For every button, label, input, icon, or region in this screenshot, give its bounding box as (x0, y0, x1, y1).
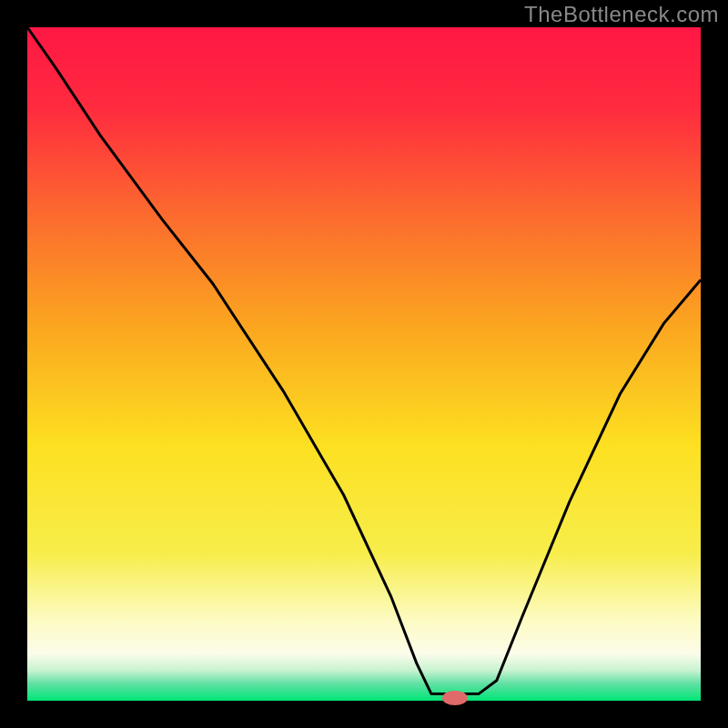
chart-frame: TheBottleneck.com (0, 0, 728, 728)
bottleneck-plot (0, 0, 728, 728)
watermark-text: TheBottleneck.com (524, 2, 719, 27)
bottleneck-marker (442, 691, 468, 705)
gradient-background (27, 27, 701, 701)
